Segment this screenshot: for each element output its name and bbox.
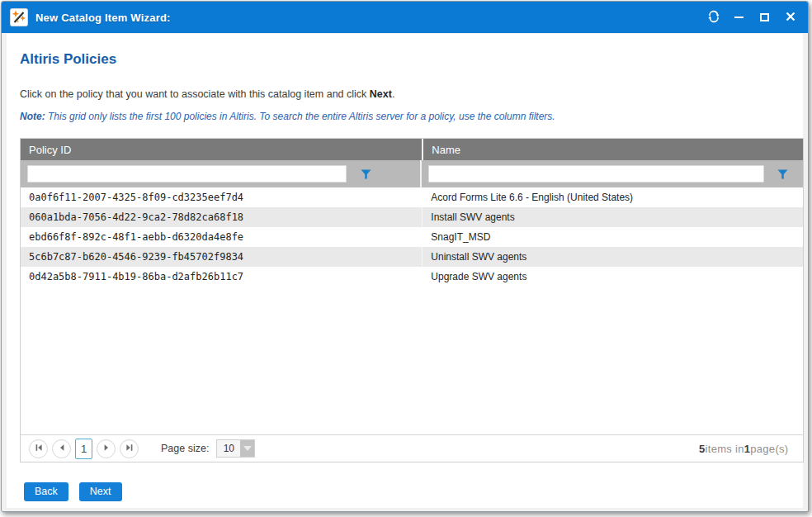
table-row[interactable]: 0a0f6f11-2007-4325-8f09-cd3235eef7d4 Aco… bbox=[21, 187, 803, 207]
policy-id-filter-cell bbox=[21, 160, 422, 187]
column-header-policy-id[interactable]: Policy ID bbox=[21, 139, 422, 160]
titlebar[interactable]: New Catalog Item Wizard: bbox=[2, 2, 808, 33]
close-icon bbox=[786, 12, 795, 24]
last-page-button[interactable] bbox=[120, 439, 139, 458]
minimize-icon bbox=[734, 17, 744, 18]
column-header-name[interactable]: Name bbox=[422, 139, 803, 160]
grid-body: 0a0f6f11-2007-4325-8f09-cd3235eef7d4 Aco… bbox=[21, 187, 803, 287]
items-count: 5 bbox=[699, 443, 706, 455]
prev-page-button[interactable] bbox=[52, 439, 71, 458]
screen: New Catalog Item Wizard: bbox=[0, 0, 812, 517]
page-size-label: Page size: bbox=[161, 443, 209, 454]
instruction-suffix: . bbox=[392, 88, 394, 100]
policy-id-cell[interactable]: 0d42a5b8-7911-4b19-86ba-d2afb26b11c7 bbox=[21, 267, 422, 287]
table-row[interactable]: ebd66f8f-892c-48f1-aebb-d6320da4e8fe Sna… bbox=[21, 227, 803, 247]
policy-id-cell[interactable]: 0a0f6f11-2007-4325-8f09-cd3235eef7d4 bbox=[21, 187, 422, 207]
policy-id-filter-input[interactable] bbox=[27, 165, 347, 183]
name-cell[interactable]: Install SWV agents bbox=[422, 207, 803, 227]
maximize-button[interactable] bbox=[752, 2, 777, 33]
items-text: items in bbox=[706, 443, 744, 455]
prev-page-icon bbox=[58, 443, 66, 454]
name-cell[interactable]: SnagIT_MSD bbox=[422, 227, 803, 247]
wizard-app-icon bbox=[10, 8, 28, 26]
page-size-select[interactable]: 10 bbox=[216, 439, 255, 458]
table-row[interactable]: 060a1bda-7056-4d22-9ca2-78d82ca68f18 Ins… bbox=[21, 207, 803, 227]
close-button[interactable] bbox=[777, 2, 803, 33]
grid-header-row: Policy ID Name bbox=[21, 139, 803, 160]
wizard-window: New Catalog Item Wizard: bbox=[1, 1, 809, 512]
grid-filter-row bbox=[21, 160, 803, 187]
first-page-icon bbox=[35, 443, 43, 454]
client-area: Altiris Policies Click on the policy tha… bbox=[7, 34, 803, 508]
policy-id-cell[interactable]: ebd66f8f-892c-48f1-aebb-d6320da4e8fe bbox=[21, 227, 422, 247]
name-cell[interactable]: Acord Forms Lite 6.6 - English (United S… bbox=[422, 187, 803, 207]
next-page-button[interactable] bbox=[97, 439, 116, 458]
name-cell[interactable]: Upgrade SWV agents bbox=[422, 267, 803, 287]
table-row[interactable]: 0d42a5b8-7911-4b19-86ba-d2afb26b11c7 Upg… bbox=[21, 267, 803, 287]
note-label: Note: bbox=[20, 111, 45, 122]
policy-id-cell[interactable]: 5c6b7c87-b620-4546-9239-fb45702f9834 bbox=[21, 247, 422, 267]
first-page-button[interactable] bbox=[29, 439, 48, 458]
minimize-button[interactable] bbox=[726, 2, 752, 33]
refresh-button[interactable] bbox=[701, 2, 726, 33]
instruction-emphasis: Next bbox=[370, 88, 392, 100]
maximize-icon bbox=[760, 13, 769, 21]
back-button[interactable]: Back bbox=[24, 482, 68, 501]
table-row[interactable]: 5c6b7c87-b620-4546-9239-fb45702f9834 Uni… bbox=[21, 247, 803, 267]
policy-id-cell[interactable]: 060a1bda-7056-4d22-9ca2-78d82ca68f18 bbox=[21, 207, 422, 227]
policies-grid: Policy ID Name bbox=[20, 138, 804, 462]
window-title: New Catalog Item Wizard: bbox=[35, 12, 701, 24]
pages-count: 1 bbox=[744, 443, 751, 455]
next-page-icon bbox=[102, 443, 111, 454]
refresh-icon bbox=[707, 10, 720, 26]
instruction-text: Click on the policy that you want to ass… bbox=[20, 88, 798, 100]
dropdown-arrow-icon bbox=[240, 440, 254, 457]
current-page-indicator[interactable]: 1 bbox=[75, 439, 92, 459]
note-body: This grid only lists the first 100 polic… bbox=[48, 111, 555, 122]
last-page-icon bbox=[125, 443, 134, 454]
wizard-footer: Back Next bbox=[24, 482, 798, 501]
pager-info: 5 items in 1 page(s) bbox=[699, 435, 803, 462]
next-button[interactable]: Next bbox=[79, 482, 122, 501]
name-filter-input[interactable] bbox=[428, 165, 764, 183]
page-size-value: 10 bbox=[217, 440, 240, 457]
grid-pager: 1 bbox=[21, 434, 803, 462]
name-filter-funnel-icon[interactable] bbox=[775, 169, 791, 179]
name-cell[interactable]: Uninstall SWV agents bbox=[422, 247, 803, 267]
name-filter-cell bbox=[422, 160, 803, 187]
note-text: Note: This grid only lists the first 100… bbox=[20, 111, 798, 122]
page-title: Altiris Policies bbox=[20, 34, 798, 68]
grid-empty-area bbox=[21, 287, 803, 434]
policy-id-filter-funnel-icon[interactable] bbox=[357, 169, 374, 179]
window-frame: Altiris Policies Click on the policy tha… bbox=[2, 33, 808, 512]
pages-text: page(s) bbox=[750, 443, 788, 455]
window-controls bbox=[701, 2, 803, 33]
instruction-prefix: Click on the policy that you want to ass… bbox=[20, 88, 370, 100]
